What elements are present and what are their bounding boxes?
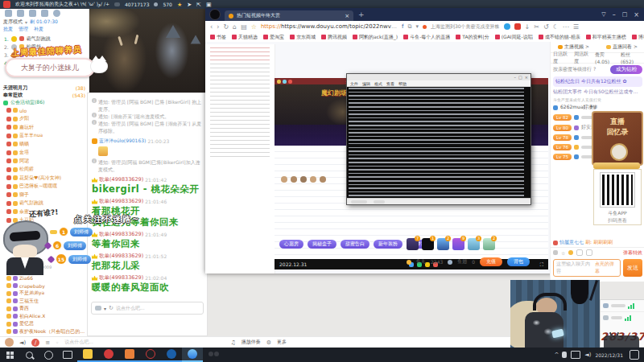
- download-icon[interactable]: ↓: [525, 23, 530, 31]
- user-row[interactable]: 獅子: [0, 191, 89, 200]
- notepad-menu-item[interactable]: 帮助: [398, 81, 407, 86]
- bookmark-item[interactable]: 博客思源-分: [632, 34, 644, 41]
- chatbox-placeholder[interactable]: 这里输入聊天内容: [556, 261, 592, 275]
- notepad-close-icon[interactable]: ×: [525, 75, 528, 80]
- activity-pill[interactable]: 新年装扮: [374, 240, 402, 249]
- fans-tab[interactable]: 周活跃度: [574, 51, 592, 65]
- search-icon[interactable]: [53, 10, 60, 17]
- taskbar-app-blue[interactable]: [161, 348, 182, 362]
- group-name[interactable]: 奉常荭妏: [3, 92, 23, 99]
- user-name[interactable]: 不是弟弟ya: [19, 290, 44, 297]
- rank-name[interactable]: 霸气彭跑跳: [27, 35, 51, 43]
- home-icon[interactable]: [17, 10, 24, 17]
- backpack-button[interactable]: 背包: [507, 257, 530, 266]
- fans-tab[interactable]: 日活跃度: [553, 51, 572, 65]
- minimize-button[interactable]: –: [613, 11, 616, 19]
- group-name[interactable]: 天涯明月刀: [3, 84, 27, 92]
- user-name[interactable]: 佘蜜: [19, 208, 29, 216]
- bookmark-item[interactable]: 和平精英主播榜: [586, 34, 626, 41]
- user-row[interactable]: crapebaby: [0, 282, 89, 290]
- notepad-maximize-icon[interactable]: □: [518, 75, 522, 80]
- speaker-icon[interactable]: ◄): [19, 339, 26, 346]
- gift-item[interactable]: 2: [483, 238, 495, 250]
- notepad-minimize-icon[interactable]: –: [514, 75, 517, 80]
- search-hint[interactable]: 上海监测到30个奥密克戎变异株: [431, 23, 500, 31]
- reading-mode-icon[interactable]: ▤: [241, 23, 247, 31]
- star-icon[interactable]: ★: [177, 2, 182, 8]
- taskbar-app-douyu[interactable]: [182, 348, 203, 362]
- bookmark-item[interactable]: 爱淘宝: [263, 34, 284, 41]
- taskbar-app-music[interactable]: [98, 348, 119, 362]
- filter-icon[interactable]: ▽: [601, 11, 605, 18]
- gift-item[interactable]: 1: [422, 238, 434, 250]
- play-accompaniment-button[interactable]: 播放伴奏: [242, 339, 261, 346]
- user-name[interactable]: 獅子: [19, 191, 29, 199]
- tray-chevron-icon[interactable]: ^: [554, 352, 559, 358]
- user-name[interactable]: 巴适得板~嘿嘿嘿: [19, 183, 57, 190]
- taskbar-app-emoji[interactable]: [77, 348, 98, 362]
- signal-icon[interactable]: [29, 10, 36, 17]
- voice-input-placeholder[interactable]: 说点什么吧...: [64, 339, 93, 346]
- gift-item[interactable]: 3: [468, 238, 480, 250]
- facebook-icon[interactable]: f: [402, 23, 403, 30]
- share-page-icon[interactable]: ⧉: [407, 23, 411, 30]
- replay-link[interactable]: 直播回看 >: [613, 43, 638, 51]
- taskbar-app-dark[interactable]: [140, 348, 161, 362]
- notepad-menu-item[interactable]: 查看: [386, 81, 394, 86]
- user-name[interactable]: Zia66: [19, 275, 33, 281]
- mic-link[interactable]: 管理: [19, 26, 28, 33]
- search-button[interactable]: [19, 348, 39, 362]
- user-name[interactable]: 松间娇: [19, 166, 34, 173]
- gift-item[interactable]: 9: [452, 238, 464, 250]
- bookmark-item[interactable]: 天猫精选: [232, 34, 258, 41]
- user-name[interactable]: crapebaby: [19, 283, 45, 289]
- maximize-button[interactable]: □: [622, 11, 628, 18]
- mixer-icon[interactable]: ≡: [45, 339, 50, 346]
- notepad-menu-item[interactable]: 文件: [350, 81, 358, 86]
- bookmark-item[interactable]: 书签: [210, 34, 226, 41]
- notification-center-icon[interactable]: [630, 350, 639, 360]
- forward-icon[interactable]: ›: [217, 23, 219, 31]
- user-name[interactable]: 初白Alice.X: [19, 313, 45, 320]
- gift-item[interactable]: 7: [407, 238, 419, 250]
- user-row[interactable]: 初白Alice.X: [0, 313, 89, 321]
- grid-icon[interactable]: [41, 10, 48, 17]
- avatar[interactable]: [5, 338, 14, 347]
- tray-volume-icon[interactable]: ◄): [584, 352, 591, 358]
- notepad-menu-item[interactable]: 编辑: [362, 81, 370, 86]
- user-row[interactable]: 夜护夜Nook（只会唱自己的歌）: [0, 328, 89, 336]
- user-name[interactable]: 夜护夜Nook（只会唱自己的歌）: [19, 328, 89, 335]
- send-button[interactable]: 发送: [623, 259, 642, 277]
- browser-tab[interactable]: 热门短视频年终大赏 ×: [225, 10, 353, 21]
- tray-date[interactable]: 2022/12/31: [595, 352, 623, 358]
- tray-mic-icon[interactable]: [562, 352, 567, 358]
- user-row[interactable]: 不是弟弟ya: [0, 290, 89, 298]
- user-name[interactable]: 爱忆思: [19, 320, 34, 327]
- user-name[interactable]: 蓝羊羊nua: [19, 132, 43, 139]
- taskbar-app-binoculars[interactable]: [203, 348, 224, 362]
- user-row[interactable]: 松间娇: [0, 166, 89, 175]
- gamepad-icon[interactable]: [95, 306, 101, 311]
- messenger-app-icon[interactable]: [504, 23, 510, 30]
- style-icon[interactable]: [576, 249, 583, 256]
- fans-tab[interactable]: 贵宾(4.05): [595, 51, 618, 64]
- notepad-menu-item[interactable]: 格式: [374, 81, 382, 86]
- more-icon[interactable]: ⋯: [563, 23, 569, 31]
- user-name[interactable]: 霸气彭跑跳: [19, 200, 43, 207]
- night-mode-icon[interactable]: ☾: [553, 23, 559, 31]
- user-row[interactable]: 晒晒: [0, 140, 89, 149]
- chat-user-name[interactable]: 蓝洋洋oúlo(990163): [99, 138, 146, 145]
- cortana-button[interactable]: [39, 348, 58, 362]
- user-name[interactable]: 青西: [19, 305, 29, 312]
- bookmark-item[interactable]: TA的资料|分: [456, 34, 489, 41]
- start-button[interactable]: [0, 348, 19, 362]
- user-row[interactable]: 青西: [0, 305, 89, 313]
- undo-icon[interactable]: ↺: [543, 23, 549, 31]
- user-row[interactable]: 爱忆思: [0, 320, 89, 328]
- bookmark-star-icon[interactable]: ☆: [251, 23, 257, 31]
- dropdown-icon[interactable]: ▾: [415, 23, 419, 30]
- activity-pill[interactable]: 揭秘盒子: [308, 240, 336, 249]
- mic-muted-icon[interactable]: /: [31, 339, 39, 347]
- mic-link[interactable]: 抢麦: [3, 26, 13, 33]
- style-icon[interactable]: [586, 249, 592, 256]
